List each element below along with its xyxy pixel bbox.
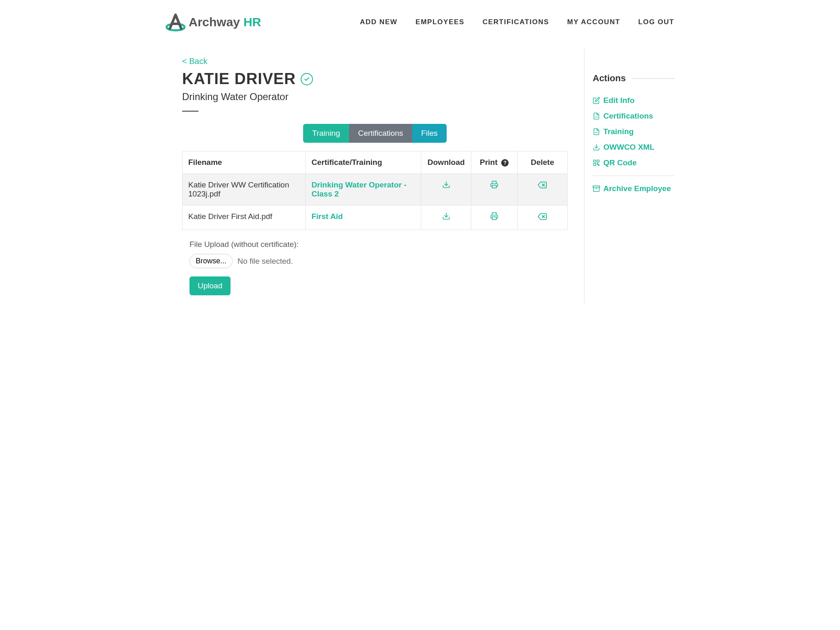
svg-rect-15 bbox=[597, 164, 598, 164]
upload-button[interactable]: Upload bbox=[189, 276, 231, 295]
table-row: Katie Driver First Aid.pdf First Aid bbox=[183, 205, 568, 230]
nav-employees[interactable]: Employees bbox=[415, 18, 464, 26]
col-filename: Filename bbox=[183, 151, 306, 174]
table-row: Katie Driver WW Certification 1023j.pdf … bbox=[183, 174, 568, 205]
col-print: Print ? bbox=[471, 151, 518, 174]
file-status: No file selected. bbox=[237, 257, 293, 266]
svg-rect-6 bbox=[492, 217, 496, 220]
tab-certifications[interactable]: Certifications bbox=[349, 124, 412, 143]
employee-role: Drinking Water Operator bbox=[182, 91, 568, 103]
main-nav: Add New Employees Certifications My Acco… bbox=[360, 18, 674, 26]
file-training-icon bbox=[593, 128, 600, 135]
svg-rect-14 bbox=[593, 164, 596, 166]
browse-button[interactable]: Browse... bbox=[189, 254, 233, 268]
file-input-row: Browse... No file selected. bbox=[189, 254, 568, 268]
svg-rect-12 bbox=[593, 160, 596, 162]
page-title: Katie Driver bbox=[182, 70, 568, 88]
tabs: Training Certifications Files bbox=[182, 124, 568, 143]
nav-add-new[interactable]: Add New bbox=[360, 18, 397, 26]
col-cert: Certificate/Training bbox=[306, 151, 421, 174]
print-icon[interactable] bbox=[490, 180, 498, 189]
download-icon[interactable] bbox=[442, 212, 450, 220]
col-download: Download bbox=[421, 151, 471, 174]
cell-filename: Katie Driver First Aid.pdf bbox=[183, 205, 306, 230]
file-cert-icon bbox=[593, 112, 600, 120]
action-training[interactable]: Training bbox=[593, 127, 674, 136]
action-edit-info[interactable]: Edit Info bbox=[593, 96, 674, 105]
back-link[interactable]: < Back bbox=[182, 57, 208, 66]
help-icon[interactable]: ? bbox=[501, 159, 509, 167]
upload-label: File Upload (without certificate): bbox=[189, 240, 568, 249]
main-content: < Back Katie Driver Drinking Water Opera… bbox=[166, 40, 674, 304]
download-icon[interactable] bbox=[442, 180, 450, 189]
header: Archway HR Add New Employees Certificati… bbox=[166, 0, 674, 40]
action-archive-employee[interactable]: Archive Employee bbox=[593, 184, 674, 193]
svg-rect-2 bbox=[492, 185, 496, 188]
action-list: Edit Info Certifications Training OWWCO … bbox=[593, 96, 674, 193]
tab-training[interactable]: Training bbox=[303, 124, 349, 143]
logo[interactable]: Archway HR bbox=[166, 12, 261, 32]
edit-icon bbox=[593, 97, 600, 104]
download-icon bbox=[593, 144, 600, 151]
print-icon[interactable] bbox=[490, 212, 498, 220]
logo-text: Archway HR bbox=[189, 15, 261, 29]
sidebar: Actions Edit Info Certifications Trainin… bbox=[584, 48, 674, 304]
delete-icon[interactable] bbox=[538, 212, 547, 221]
col-delete: Delete bbox=[517, 151, 567, 174]
svg-rect-17 bbox=[593, 186, 600, 187]
cell-filename: Katie Driver WW Certification 1023j.pdf bbox=[183, 174, 306, 205]
svg-rect-16 bbox=[598, 165, 599, 166]
nav-my-account[interactable]: My Account bbox=[567, 18, 620, 26]
nav-certifications[interactable]: Certifications bbox=[482, 18, 549, 26]
logo-icon bbox=[166, 12, 185, 32]
tab-files[interactable]: Files bbox=[412, 124, 447, 143]
employee-name: Katie Driver bbox=[182, 70, 296, 88]
title-divider bbox=[182, 111, 199, 112]
verified-icon bbox=[301, 73, 313, 85]
files-table: Filename Certificate/Training Download P… bbox=[182, 151, 568, 230]
action-certifications[interactable]: Certifications bbox=[593, 112, 674, 121]
actions-title: Actions bbox=[593, 73, 674, 84]
svg-rect-13 bbox=[597, 160, 599, 162]
action-owwco-xml[interactable]: OWWCO XML bbox=[593, 143, 674, 152]
upload-section: File Upload (without certificate): Brows… bbox=[182, 240, 568, 295]
action-divider bbox=[593, 176, 674, 176]
content-area: < Back Katie Driver Drinking Water Opera… bbox=[166, 48, 584, 304]
cert-link[interactable]: First Aid bbox=[311, 212, 342, 221]
qr-icon bbox=[593, 159, 600, 167]
nav-log-out[interactable]: Log Out bbox=[638, 18, 674, 26]
delete-icon[interactable] bbox=[538, 180, 547, 189]
action-qr-code[interactable]: QR Code bbox=[593, 158, 674, 167]
archive-icon bbox=[593, 185, 600, 192]
cert-link[interactable]: Drinking Water Operator - Class 2 bbox=[311, 180, 406, 198]
